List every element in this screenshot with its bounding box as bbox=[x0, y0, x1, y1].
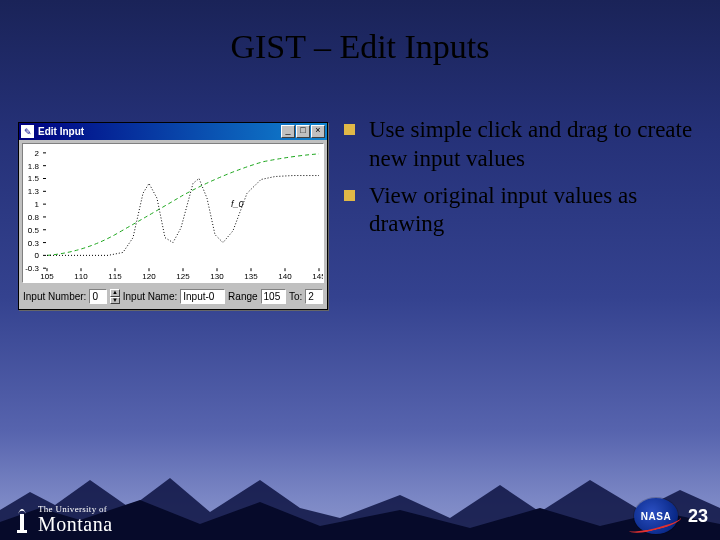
university-big: Montana bbox=[38, 514, 113, 534]
input-name-field[interactable]: Input-0 bbox=[180, 289, 225, 304]
left-column: ✎ Edit Input _ □ × 2 1.8 1.5 1.3 1 bbox=[0, 116, 340, 310]
nasa-text: NASA bbox=[641, 511, 671, 522]
bullet-item: View original input values as drawing bbox=[344, 182, 700, 240]
original-curve bbox=[47, 154, 319, 256]
x-tick: 140 bbox=[278, 272, 292, 281]
x-tick: 130 bbox=[210, 272, 224, 281]
maximize-button[interactable]: □ bbox=[296, 125, 310, 138]
university-logo: The University of Montana bbox=[12, 502, 113, 534]
x-tick: 145 bbox=[312, 272, 323, 281]
nasa-logo: NASA bbox=[634, 498, 678, 534]
bullet-text: View original input values as drawing bbox=[369, 182, 700, 240]
app-icon: ✎ bbox=[21, 125, 34, 138]
annotation-f0: f_0 bbox=[231, 199, 244, 209]
bullet-text: Use simple click and drag to create new … bbox=[369, 116, 700, 174]
y-tick: 1.8 bbox=[28, 162, 40, 171]
x-tick: 120 bbox=[142, 272, 156, 281]
x-tick: 125 bbox=[176, 272, 190, 281]
torch-icon bbox=[12, 502, 32, 534]
y-tick: 1.5 bbox=[28, 175, 40, 184]
close-button[interactable]: × bbox=[311, 125, 325, 138]
x-tick: 105 bbox=[40, 272, 54, 281]
edit-input-window: ✎ Edit Input _ □ × 2 1.8 1.5 1.3 1 bbox=[18, 122, 328, 310]
bullet-item: Use simple click and drag to create new … bbox=[344, 116, 700, 174]
user-drawn-curve bbox=[47, 176, 319, 256]
y-tick: 0.8 bbox=[28, 213, 40, 222]
toolbar: Input Number: 0 ▲▼ Input Name: Input-0 R… bbox=[19, 286, 327, 309]
window-title: Edit Input bbox=[38, 126, 281, 137]
y-tick: 1 bbox=[35, 200, 40, 209]
footer-right: NASA 23 bbox=[634, 498, 708, 534]
titlebar: ✎ Edit Input _ □ × bbox=[19, 123, 327, 140]
svg-rect-20 bbox=[17, 530, 27, 533]
range-label: Range bbox=[228, 291, 257, 302]
y-tick: 0 bbox=[35, 251, 40, 260]
to-label: To: bbox=[289, 291, 302, 302]
range-to-field[interactable]: 2 bbox=[305, 289, 323, 304]
window-buttons: _ □ × bbox=[281, 125, 325, 138]
x-tick: 135 bbox=[244, 272, 258, 281]
y-tick: -0.3 bbox=[25, 264, 39, 273]
input-number-field[interactable]: 0 bbox=[89, 289, 107, 304]
y-tick: 0.5 bbox=[28, 226, 40, 235]
plot-svg: 2 1.8 1.5 1.3 1 0.8 0.5 0.3 0 -0.3 105 bbox=[23, 144, 323, 282]
y-tick: 2 bbox=[35, 149, 40, 158]
bullet-icon bbox=[344, 190, 355, 201]
bullet-icon bbox=[344, 124, 355, 135]
page-number: 23 bbox=[688, 506, 708, 527]
input-number-label: Input Number: bbox=[23, 291, 86, 302]
university-text: The University of Montana bbox=[38, 505, 113, 534]
minimize-button[interactable]: _ bbox=[281, 125, 295, 138]
footer: The University of Montana NASA 23 bbox=[0, 486, 720, 540]
right-column: Use simple click and drag to create new … bbox=[340, 116, 700, 310]
x-tick: 110 bbox=[74, 272, 88, 281]
x-tick: 115 bbox=[108, 272, 122, 281]
input-number-spinner[interactable]: ▲▼ bbox=[110, 289, 120, 304]
plot-area[interactable]: 2 1.8 1.5 1.3 1 0.8 0.5 0.3 0 -0.3 105 bbox=[22, 143, 324, 283]
y-tick: 0.3 bbox=[28, 239, 40, 248]
y-tick: 1.3 bbox=[28, 187, 40, 196]
svg-rect-19 bbox=[20, 514, 24, 532]
slide-title: GIST – Edit Inputs bbox=[0, 0, 720, 66]
range-from-field[interactable]: 105 bbox=[261, 289, 286, 304]
input-name-label: Input Name: bbox=[123, 291, 177, 302]
content-row: ✎ Edit Input _ □ × 2 1.8 1.5 1.3 1 bbox=[0, 116, 720, 310]
